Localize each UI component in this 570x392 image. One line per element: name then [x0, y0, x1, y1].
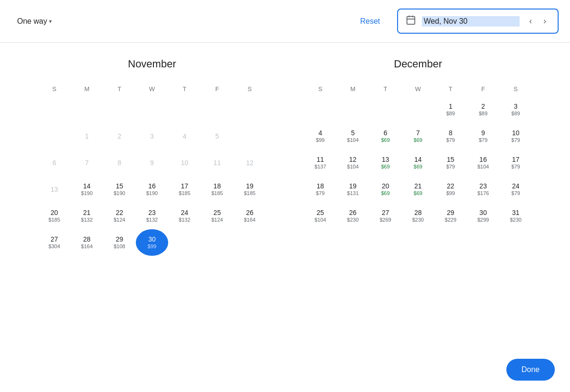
day-cell[interactable]: 30$99: [136, 229, 169, 256]
day-number: 11: [316, 156, 324, 164]
day-price: $104: [347, 164, 359, 170]
november-calendar: November SMTWTFS1234567891011121314$1901…: [38, 58, 266, 256]
day-cell[interactable]: 3$89: [499, 96, 532, 123]
day-cell[interactable]: 1$89: [434, 96, 467, 123]
day-number: 9: [481, 129, 485, 137]
day-cell[interactable]: 20$69: [369, 176, 402, 203]
day-cell: [38, 96, 71, 123]
next-date-button[interactable]: ›: [540, 14, 550, 28]
day-cell[interactable]: 28$230: [402, 203, 435, 229]
day-cell[interactable]: 29$108: [103, 229, 136, 256]
day-price: $132: [146, 217, 158, 223]
day-cell[interactable]: 21$69: [402, 176, 435, 203]
day-number: 17: [512, 156, 520, 164]
day-header: F: [467, 82, 500, 96]
day-cell[interactable]: 15$79: [434, 149, 467, 176]
day-price: $104: [477, 164, 489, 170]
day-number: 18: [316, 182, 324, 190]
day-cell: [38, 123, 71, 149]
day-cell[interactable]: 10$79: [499, 123, 532, 149]
selected-date-text: Wed, Nov 30: [422, 16, 520, 27]
top-bar: One way ▾ Reset Wed, Nov 30 ‹ ›: [0, 0, 570, 43]
day-cell[interactable]: 4$99: [304, 123, 337, 149]
day-cell[interactable]: 6$69: [369, 123, 402, 149]
day-cell[interactable]: 30$299: [467, 203, 500, 229]
day-cell[interactable]: 22$99: [434, 176, 467, 203]
day-cell[interactable]: 23$176: [467, 176, 500, 203]
day-price: $164: [81, 243, 93, 250]
day-cell[interactable]: 17$185: [168, 176, 201, 203]
day-cell[interactable]: 11$137: [304, 149, 337, 176]
day-cell[interactable]: 24$132: [168, 203, 201, 229]
day-cell[interactable]: 20$185: [38, 203, 71, 229]
day-cell[interactable]: 16$104: [467, 149, 500, 176]
day-price: $69: [381, 137, 390, 143]
day-number: 24: [181, 209, 189, 217]
day-cell[interactable]: 24$79: [499, 176, 532, 203]
day-cell[interactable]: 16$190: [136, 176, 169, 203]
day-cell[interactable]: 29$229: [434, 203, 467, 229]
day-number: 30: [148, 235, 156, 243]
date-field[interactable]: Wed, Nov 30 ‹ ›: [397, 9, 559, 34]
day-cell[interactable]: 15$190: [103, 176, 136, 203]
day-number: 9: [150, 159, 154, 167]
day-number: 5: [215, 132, 219, 140]
day-cell[interactable]: 2$89: [467, 96, 500, 123]
day-header: S: [499, 82, 532, 96]
day-cell[interactable]: 25$124: [201, 203, 234, 229]
day-cell[interactable]: 7$69: [402, 123, 435, 149]
day-cell[interactable]: 22$124: [103, 203, 136, 229]
reset-button[interactable]: Reset: [352, 13, 388, 29]
day-cell[interactable]: 5$104: [337, 123, 370, 149]
one-way-selector[interactable]: One way ▾: [11, 13, 57, 29]
day-cell: 2: [103, 123, 136, 149]
day-header: F: [201, 82, 234, 96]
done-button[interactable]: Done: [506, 359, 555, 381]
day-cell[interactable]: 23$132: [136, 203, 169, 229]
day-number: 15: [116, 182, 124, 190]
day-number: 10: [512, 129, 520, 137]
day-cell[interactable]: 28$164: [71, 229, 104, 256]
day-number: 6: [52, 159, 56, 167]
day-cell[interactable]: 13$69: [369, 149, 402, 176]
prev-date-button[interactable]: ‹: [525, 14, 536, 28]
day-price: $99: [446, 190, 455, 196]
day-header: T: [434, 82, 467, 96]
day-number: 23: [148, 209, 156, 217]
day-cell[interactable]: 12$104: [337, 149, 370, 176]
day-number: 19: [349, 182, 357, 190]
day-cell[interactable]: 18$185: [201, 176, 234, 203]
day-price: $230: [412, 217, 424, 223]
day-cell[interactable]: 18$79: [304, 176, 337, 203]
day-cell[interactable]: 26$230: [337, 203, 370, 229]
day-price: $185: [179, 190, 190, 196]
day-header: M: [71, 82, 104, 96]
day-price: $79: [512, 164, 520, 170]
day-header: M: [337, 82, 370, 96]
day-number: 12: [349, 156, 357, 164]
day-cell[interactable]: 27$304: [38, 229, 71, 256]
day-cell[interactable]: 25$104: [304, 203, 337, 229]
day-cell[interactable]: 17$79: [499, 149, 532, 176]
day-cell[interactable]: 21$132: [71, 203, 104, 229]
day-header: S: [233, 82, 266, 96]
day-cell[interactable]: 27$269: [369, 203, 402, 229]
day-price: $230: [347, 217, 359, 223]
day-price: $269: [380, 217, 391, 223]
day-price: $99: [316, 137, 324, 143]
day-cell[interactable]: 8$79: [434, 123, 467, 149]
day-cell[interactable]: 9$79: [467, 123, 500, 149]
svg-rect-0: [407, 17, 415, 24]
day-cell[interactable]: 14$190: [71, 176, 104, 203]
december-header: December: [304, 58, 532, 70]
day-cell[interactable]: 19$185: [233, 176, 266, 203]
day-cell: [369, 96, 402, 123]
day-price: $164: [244, 217, 255, 223]
day-cell[interactable]: 14$69: [402, 149, 435, 176]
day-cell[interactable]: 31$230: [499, 203, 532, 229]
day-number: 3: [514, 103, 518, 111]
day-price: $185: [48, 217, 60, 223]
bottom-bar: Done: [506, 359, 555, 381]
day-cell[interactable]: 26$164: [233, 203, 266, 229]
day-cell[interactable]: 19$131: [337, 176, 370, 203]
